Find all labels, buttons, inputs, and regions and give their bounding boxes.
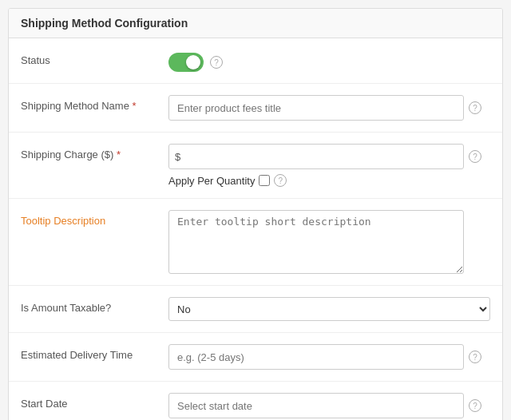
tooltip-description-label: Tooltip Description [21,210,168,228]
start-date-control: ? Select start date on which date shippi… [168,393,490,420]
tooltip-description-control [168,210,490,274]
required-star: * [132,100,136,112]
start-date-row: Start Date ? Select start date on which … [9,382,502,420]
estimated-delivery-time-row: Estimated Delivery Time ? [9,333,502,382]
is-amount-taxable-control: No Yes [168,297,490,321]
status-control: ? [168,50,490,72]
estimated-delivery-time-input[interactable] [168,344,464,370]
dollar-wrap: $ [168,144,464,169]
shipping-method-name-label: Shipping Method Name * [21,95,168,113]
shipping-method-name-help-icon[interactable]: ? [469,101,481,114]
shipping-charge-input[interactable] [168,144,464,169]
start-date-input[interactable] [168,393,464,418]
panel-title: Shipping Method Configuration [9,9,502,38]
shipping-charge-help-icon[interactable]: ? [469,150,481,163]
tooltip-description-row: Tooltip Description [9,199,502,286]
start-date-label: Start Date [21,393,168,411]
is-amount-taxable-row: Is Amount Taxable? No Yes [9,286,502,333]
apply-per-quantity-checkbox[interactable] [259,175,270,186]
toggle-thumb [186,55,200,69]
start-date-input-wrap: ? [168,393,490,418]
shipping-method-name-row: Shipping Method Name * ? [9,84,502,133]
is-amount-taxable-label: Is Amount Taxable? [21,297,168,315]
estimated-delivery-time-help-icon[interactable]: ? [469,351,481,363]
start-date-help-icon[interactable]: ? [469,399,481,412]
shipping-charge-label: Shipping Charge ($) * [21,144,168,162]
estimated-delivery-time-label: Estimated Delivery Time [21,344,168,363]
toggle-track [168,53,204,72]
apply-per-quantity-label: Apply Per Quantity [168,175,255,187]
status-help-icon[interactable]: ? [210,56,223,69]
status-row: Status ? [9,38,502,84]
shipping-method-name-input-wrap: ? [168,95,490,121]
shipping-charge-control: $ ? Apply Per Quantity ? [168,144,490,187]
is-amount-taxable-select[interactable]: No Yes [168,297,490,321]
shipping-method-panel: Shipping Method Configuration Status ? S… [8,8,503,420]
required-star-charge: * [117,149,121,160]
estimated-delivery-time-input-wrap: ? [168,344,490,370]
tooltip-description-textarea[interactable] [168,210,464,274]
apply-per-quantity-wrap: Apply Per Quantity ? [168,174,490,187]
estimated-delivery-time-control: ? [168,344,490,370]
shipping-charge-input-wrap: $ ? [168,144,490,169]
status-toggle-wrap: ? [168,50,490,72]
shipping-method-name-input[interactable] [168,95,464,121]
apply-per-quantity-help-icon[interactable]: ? [274,174,287,187]
shipping-method-name-control: ? [168,95,490,121]
status-toggle[interactable] [168,53,204,72]
status-label: Status [21,50,168,68]
shipping-charge-row: Shipping Charge ($) * $ ? Apply Per Quan… [9,133,502,199]
